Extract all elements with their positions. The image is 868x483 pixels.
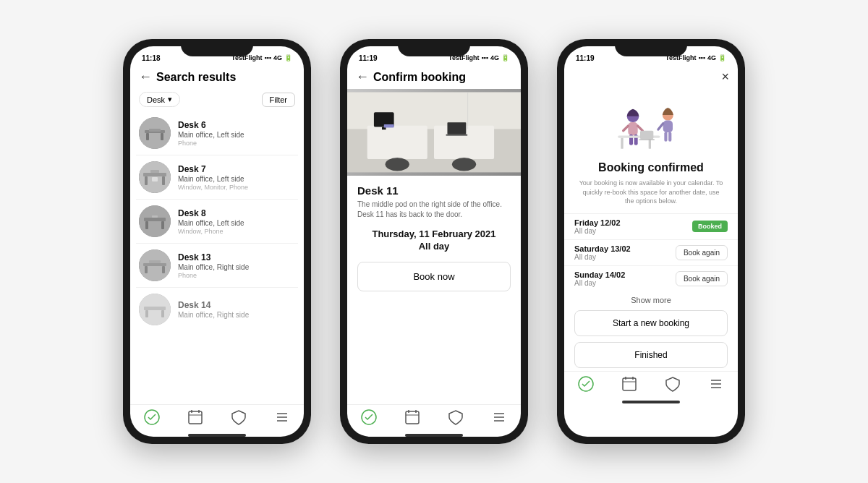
confirm-time: All day bbox=[357, 241, 511, 252]
date-sub-sunday: All day bbox=[574, 279, 625, 287]
booking-date-row-3: Sunday 14/02 All day Book again bbox=[564, 265, 738, 291]
phone-notch-2 bbox=[398, 39, 470, 56]
show-more-link[interactable]: Show more bbox=[564, 291, 738, 307]
desk-amenities-8: Window, Phone bbox=[178, 228, 295, 235]
date-sub-saturday: All day bbox=[574, 253, 631, 261]
bottom-nav-1 bbox=[130, 404, 304, 431]
back-button-1[interactable]: ← bbox=[139, 69, 152, 85]
desk-location-6: Main office, Left side bbox=[178, 131, 295, 139]
svg-line-64 bbox=[658, 124, 663, 129]
svg-rect-8 bbox=[162, 176, 165, 185]
filter-chip-label: Desk bbox=[147, 95, 165, 104]
svg-rect-3 bbox=[161, 133, 163, 140]
nav-shield-icon-1[interactable] bbox=[231, 409, 247, 425]
svg-rect-60 bbox=[621, 138, 623, 149]
svg-rect-4 bbox=[149, 129, 161, 132]
desk-name-7: Desk 7 bbox=[178, 164, 295, 174]
svg-rect-12 bbox=[144, 218, 166, 221]
bottom-nav-2 bbox=[347, 404, 521, 431]
desk-info-14: Desk 14 Main office, Right side bbox=[178, 300, 295, 319]
svg-rect-42 bbox=[446, 134, 468, 136]
battery-icon-3: 🔋 bbox=[718, 54, 726, 61]
nav-shield-icon-2[interactable] bbox=[448, 409, 464, 425]
desk-filter-chip[interactable]: Desk ▾ bbox=[139, 92, 180, 107]
home-indicator-1 bbox=[188, 434, 246, 437]
svg-rect-6 bbox=[143, 173, 166, 176]
desk-thumbnail-6 bbox=[139, 117, 171, 149]
phone-search-results: 11:18 TestFlight ▪▪▪ 4G 🔋 ← Search resul… bbox=[123, 39, 311, 444]
list-item[interactable]: Desk 6 Main office, Left side Phone bbox=[136, 111, 298, 155]
svg-rect-44 bbox=[384, 124, 394, 128]
svg-rect-63 bbox=[663, 121, 673, 133]
list-item[interactable]: Desk 7 Main office, Left side Window, Mo… bbox=[136, 155, 298, 200]
close-button[interactable]: × bbox=[721, 69, 729, 85]
finished-button[interactable]: Finished bbox=[574, 342, 728, 368]
booked-badge: Booked bbox=[692, 221, 728, 232]
desk-thumb-svg bbox=[139, 161, 171, 193]
confirmed-subtitle: Your booking is now available in your ca… bbox=[564, 179, 738, 206]
back-button-2[interactable]: ← bbox=[356, 69, 369, 85]
date-info-friday: Friday 12/02 All day bbox=[574, 218, 621, 235]
desk-list: Desk 6 Main office, Left side Phone bbox=[130, 111, 304, 404]
bottom-nav-3 bbox=[564, 371, 738, 398]
filter-button[interactable]: Filter bbox=[262, 93, 295, 107]
svg-rect-43 bbox=[467, 93, 468, 129]
desk-name-8: Desk 8 bbox=[178, 208, 295, 218]
nav-calendar-icon-3[interactable] bbox=[621, 376, 637, 392]
nav-shield-icon-3[interactable] bbox=[665, 376, 681, 392]
desk-location-14: Main office, Right side bbox=[178, 311, 295, 319]
people-svg bbox=[615, 95, 687, 161]
app-bar-1: ← Search results bbox=[130, 67, 304, 89]
status-time-2: 11:19 bbox=[359, 54, 378, 62]
start-new-booking-button[interactable]: Start a new booking bbox=[574, 310, 728, 336]
book-again-button-saturday[interactable]: Book again bbox=[676, 245, 728, 260]
svg-rect-67 bbox=[640, 131, 653, 140]
booking-date-row-1: Friday 12/02 All day Booked bbox=[564, 213, 738, 239]
nav-check-icon-1[interactable] bbox=[144, 409, 160, 425]
svg-rect-59 bbox=[618, 135, 660, 137]
desk-location-7: Main office, Left side bbox=[178, 175, 295, 183]
desk-thumb-svg bbox=[139, 249, 171, 281]
list-item[interactable]: Desk 8 Main office, Left side Window, Ph… bbox=[136, 200, 298, 244]
desk-thumbnail-13 bbox=[139, 249, 171, 281]
phone-notch bbox=[181, 39, 253, 56]
date-info-sunday: Sunday 14/02 All day bbox=[574, 270, 625, 287]
desk-info-8: Desk 8 Main office, Left side Window, Ph… bbox=[178, 208, 295, 235]
desk-thumbnail-8 bbox=[139, 205, 171, 237]
confirm-date: Thursday, 11 February 2021 bbox=[357, 228, 511, 239]
home-indicator-2 bbox=[405, 434, 463, 437]
office-photo-svg bbox=[347, 89, 521, 176]
nav-menu-icon-1[interactable] bbox=[274, 409, 290, 425]
nav-calendar-icon-1[interactable] bbox=[187, 409, 203, 425]
confirm-desk-desc: The middle pod on the right side of the … bbox=[357, 200, 511, 220]
app-bar-3: × bbox=[564, 67, 738, 89]
desk-thumb-svg bbox=[139, 205, 171, 237]
network-icon-3: 4G bbox=[707, 54, 716, 61]
svg-rect-70 bbox=[623, 378, 636, 390]
desk-name-14: Desk 14 bbox=[178, 300, 295, 310]
date-label-friday: Friday 12/02 bbox=[574, 218, 621, 227]
svg-point-38 bbox=[452, 158, 476, 171]
svg-rect-15 bbox=[152, 215, 158, 218]
nav-menu-icon-2[interactable] bbox=[491, 409, 507, 425]
list-item[interactable]: Desk 14 Main office, Right side bbox=[136, 288, 298, 331]
svg-rect-65 bbox=[664, 132, 667, 141]
booking-details: Desk 11 The middle pod on the right side… bbox=[347, 176, 521, 404]
desk-photo bbox=[347, 89, 521, 176]
desk-location-13: Main office, Right side bbox=[178, 263, 295, 271]
confirmed-title: Booking confirmed bbox=[564, 161, 738, 174]
phone-confirm-booking: 11:19 TestFlight ▪▪▪ 4G 🔋 ← Confirm book… bbox=[340, 39, 528, 444]
nav-menu-icon-3[interactable] bbox=[708, 376, 724, 392]
booking-date-row-2: Saturday 13/02 All day Book again bbox=[564, 239, 738, 265]
book-now-button[interactable]: Book now bbox=[357, 262, 511, 291]
list-item[interactable]: Desk 13 Main office, Right side Phone bbox=[136, 244, 298, 288]
book-again-button-sunday[interactable]: Book again bbox=[676, 271, 728, 286]
desk-amenities-6: Phone bbox=[178, 140, 295, 147]
nav-calendar-icon-2[interactable] bbox=[404, 409, 420, 425]
nav-check-icon-2[interactable] bbox=[361, 409, 377, 425]
date-sub-friday: All day bbox=[574, 227, 621, 235]
nav-check-icon-3[interactable] bbox=[578, 376, 594, 392]
app-bar-2: ← Confirm booking bbox=[347, 67, 521, 89]
svg-rect-22 bbox=[144, 307, 166, 310]
page-title-1: Search results bbox=[156, 71, 236, 84]
